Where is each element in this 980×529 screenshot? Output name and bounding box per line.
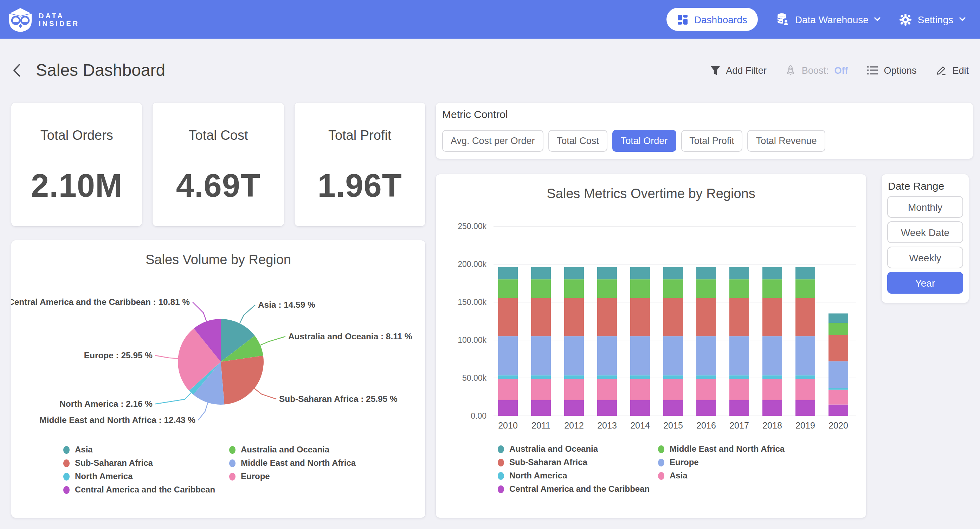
- bar-segment-2018-europe[interactable]: [762, 336, 782, 375]
- bar-segment-2016-north-america[interactable]: [696, 375, 716, 379]
- bar-segment-2019-north-america[interactable]: [795, 375, 815, 379]
- bar-segment-2012-asia[interactable]: [564, 379, 584, 400]
- legend-item-asia[interactable]: Asia: [63, 445, 215, 454]
- brand-logo[interactable]: DATA INSIDER: [8, 7, 80, 32]
- bar-segment-2011-asia[interactable]: [531, 379, 551, 400]
- nav-dashboards[interactable]: Dashboards: [667, 8, 758, 31]
- bar-segment-2015-middle-east-and-north-africa[interactable]: [663, 279, 683, 298]
- bar-segment-2013-central-america-and-the-caribbean[interactable]: [597, 400, 617, 416]
- legend-item-europe[interactable]: Europe: [229, 472, 356, 481]
- bar-segment-2015-europe[interactable]: [663, 336, 683, 375]
- bar-segment-2016-middle-east-and-north-africa[interactable]: [696, 279, 716, 298]
- legend-item-north-america[interactable]: North America: [498, 472, 649, 480]
- legend-item-australia-and-oceania[interactable]: Australia and Oceania: [498, 445, 649, 453]
- bar-segment-2014-sub-saharan-africa[interactable]: [630, 298, 650, 336]
- legend-item-asia[interactable]: Asia: [658, 472, 784, 480]
- bar-segment-2017-asia[interactable]: [729, 379, 749, 400]
- bar-segment-2015-north-america[interactable]: [663, 375, 683, 379]
- bar-segment-2012-sub-saharan-africa[interactable]: [564, 298, 584, 336]
- bar-segment-2017-europe[interactable]: [729, 336, 749, 375]
- bar-segment-2020-asia[interactable]: [829, 389, 848, 404]
- bar-segment-2011-sub-saharan-africa[interactable]: [531, 298, 551, 336]
- bar-segment-2016-sub-saharan-africa[interactable]: [696, 298, 716, 336]
- bar-segment-2016-australia-and-oceania[interactable]: [696, 267, 716, 280]
- bar-segment-2020-sub-saharan-africa[interactable]: [829, 335, 848, 361]
- bar-segment-2015-asia[interactable]: [663, 379, 683, 400]
- metric-option-avg-cost-per-order[interactable]: Avg. Cost per Order: [442, 130, 543, 152]
- bar-segment-2017-australia-and-oceania[interactable]: [729, 267, 749, 280]
- add-filter-button[interactable]: Add Filter: [710, 65, 767, 76]
- bar-segment-2020-middle-east-and-north-africa[interactable]: [829, 323, 848, 335]
- bar-segment-2014-north-america[interactable]: [630, 375, 650, 379]
- bar-segment-2020-australia-and-oceania[interactable]: [829, 313, 848, 323]
- bar-segment-2018-asia[interactable]: [762, 379, 782, 400]
- bar-segment-2018-sub-saharan-africa[interactable]: [762, 298, 782, 336]
- bar-segment-2012-central-america-and-the-caribbean[interactable]: [564, 400, 584, 416]
- bar-segment-2017-sub-saharan-africa[interactable]: [729, 298, 749, 336]
- options-button[interactable]: Options: [867, 65, 916, 76]
- bar-segment-2015-sub-saharan-africa[interactable]: [663, 298, 683, 336]
- metric-option-total-order[interactable]: Total Order: [612, 130, 676, 152]
- bar-segment-2011-europe[interactable]: [531, 336, 551, 375]
- boost-button[interactable]: Boost: Off: [786, 65, 848, 76]
- bar-segment-2018-australia-and-oceania[interactable]: [762, 267, 782, 280]
- bar-segment-2012-europe[interactable]: [564, 336, 584, 375]
- bar-segment-2013-sub-saharan-africa[interactable]: [597, 298, 617, 336]
- bar-segment-2011-middle-east-and-north-africa[interactable]: [531, 279, 551, 298]
- bar-segment-2013-north-america[interactable]: [597, 375, 617, 379]
- bar-segment-2016-asia[interactable]: [696, 379, 716, 400]
- bar-segment-2014-central-america-and-the-caribbean[interactable]: [630, 400, 650, 416]
- bar-segment-2010-central-america-and-the-caribbean[interactable]: [498, 400, 518, 416]
- bar-segment-2013-middle-east-and-north-africa[interactable]: [597, 279, 617, 298]
- bar-segment-2010-australia-and-oceania[interactable]: [498, 267, 518, 280]
- bar-segment-2012-middle-east-and-north-africa[interactable]: [564, 279, 584, 298]
- legend-item-central-america-and-the-caribbean[interactable]: Central America and the Caribbean: [63, 485, 215, 494]
- bar-segment-2020-central-america-and-the-caribbean[interactable]: [829, 405, 848, 416]
- bar-segment-2018-middle-east-and-north-africa[interactable]: [762, 279, 782, 298]
- bar-segment-2017-north-america[interactable]: [729, 375, 749, 379]
- metric-option-total-profit[interactable]: Total Profit: [681, 130, 743, 152]
- bar-segment-2019-central-america-and-the-caribbean[interactable]: [795, 400, 815, 416]
- date-range-option-monthly[interactable]: Monthly: [887, 196, 963, 218]
- bar-segment-2015-australia-and-oceania[interactable]: [663, 267, 683, 280]
- bar-segment-2019-middle-east-and-north-africa[interactable]: [795, 279, 815, 298]
- date-range-option-week-date[interactable]: Week Date: [887, 221, 963, 243]
- bar-segment-2010-sub-saharan-africa[interactable]: [498, 298, 518, 336]
- legend-item-sub-saharan-africa[interactable]: Sub-Saharan Africa: [498, 458, 649, 467]
- bar-segment-2014-middle-east-and-north-africa[interactable]: [630, 279, 650, 298]
- pie-slice-sub-saharan-africa[interactable]: [221, 356, 264, 404]
- nav-data-warehouse[interactable]: Data Warehouse: [776, 13, 881, 26]
- metric-option-total-cost[interactable]: Total Cost: [548, 130, 608, 152]
- bar-segment-2014-australia-and-oceania[interactable]: [630, 267, 650, 280]
- bar-segment-2010-north-america[interactable]: [498, 375, 518, 379]
- bar-segment-2011-australia-and-oceania[interactable]: [531, 267, 551, 280]
- bar-segment-2015-central-america-and-the-caribbean[interactable]: [663, 400, 683, 416]
- bar-segment-2010-middle-east-and-north-africa[interactable]: [498, 279, 518, 298]
- legend-item-australia-and-oceania[interactable]: Australia and Oceania: [229, 445, 356, 454]
- bar-segment-2010-asia[interactable]: [498, 379, 518, 400]
- date-range-option-year[interactable]: Year: [887, 272, 963, 294]
- bar-segment-2016-central-america-and-the-caribbean[interactable]: [696, 400, 716, 416]
- bar-segment-2014-asia[interactable]: [630, 379, 650, 400]
- date-range-option-weekly[interactable]: Weekly: [887, 246, 963, 268]
- back-button[interactable]: [12, 63, 21, 77]
- bar-segment-2017-central-america-and-the-caribbean[interactable]: [729, 400, 749, 416]
- bar-segment-2014-europe[interactable]: [630, 336, 650, 375]
- bar-segment-2019-sub-saharan-africa[interactable]: [795, 298, 815, 336]
- bar-segment-2012-north-america[interactable]: [564, 375, 584, 379]
- legend-item-sub-saharan-africa[interactable]: Sub-Saharan Africa: [63, 459, 215, 467]
- bar-segment-2019-europe[interactable]: [795, 336, 815, 375]
- legend-item-europe[interactable]: Europe: [658, 458, 784, 467]
- bar-segment-2020-north-america[interactable]: [829, 388, 848, 389]
- bar-segment-2020-europe[interactable]: [829, 361, 848, 388]
- bar-segment-2018-north-america[interactable]: [762, 375, 782, 379]
- bar-segment-2012-australia-and-oceania[interactable]: [564, 267, 584, 280]
- legend-item-north-america[interactable]: North America: [63, 472, 215, 481]
- bar-segment-2011-central-america-and-the-caribbean[interactable]: [531, 400, 551, 416]
- bar-segment-2010-europe[interactable]: [498, 336, 518, 375]
- bar-segment-2017-middle-east-and-north-africa[interactable]: [729, 279, 749, 298]
- metric-option-total-revenue[interactable]: Total Revenue: [748, 130, 825, 152]
- bar-segment-2019-asia[interactable]: [795, 379, 815, 400]
- legend-item-middle-east-and-north-africa[interactable]: Middle East and North Africa: [658, 445, 784, 453]
- bar-segment-2011-north-america[interactable]: [531, 375, 551, 379]
